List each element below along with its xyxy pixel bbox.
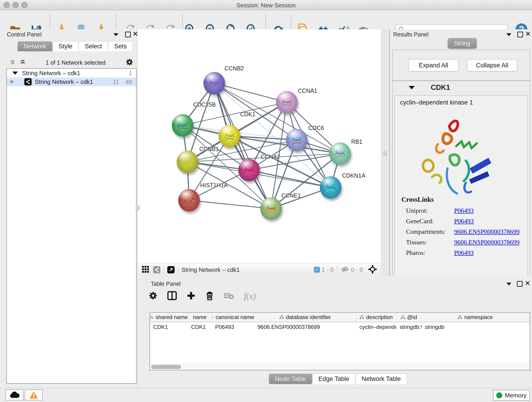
results-splitter[interactable] — [381, 29, 390, 276]
node-label-RB1: RB1 — [351, 138, 362, 145]
crosslink-link[interactable]: P06493 — [454, 207, 474, 214]
panel-float-icon[interactable] — [517, 281, 523, 288]
node-attribute-table[interactable]: shared namenamecanonical namedatabase id… — [150, 312, 530, 370]
crosslink-link[interactable]: 9606.ENSP00000378699 — [454, 239, 519, 246]
crosslink-link[interactable]: P06493 — [454, 217, 474, 225]
tree-column-icon — [279, 315, 284, 319]
scrollbar-thumb[interactable] — [151, 365, 181, 369]
network-view-canvas[interactable]: CCNB2CCNA1CDC25BCDK1CDC6RB1CCNB1CCNA2CDK… — [138, 29, 381, 263]
node-CDC6[interactable] — [286, 129, 307, 151]
tab-select[interactable]: Select — [79, 41, 108, 51]
tree-expander-icon[interactable] — [12, 71, 18, 75]
panel-menu-icon[interactable] — [114, 33, 119, 37]
column-header--id[interactable]: @id — [396, 313, 422, 322]
tab-style[interactable]: Style — [52, 41, 79, 51]
table-cell[interactable]: P06493 — [212, 322, 254, 332]
grid-view-icon[interactable] — [142, 265, 149, 274]
column-header-description[interactable]: description — [356, 313, 396, 322]
node-label-CDC25B: CDC25B — [193, 101, 216, 108]
table-horizontal-scrollbar[interactable] — [150, 364, 530, 370]
toolbar-separator — [50, 14, 50, 29]
node-CCNB2[interactable] — [203, 72, 225, 95]
table-cell[interactable]: stringdb — [422, 322, 529, 332]
results-actions-box: Expand All Collapse All — [392, 50, 530, 81]
gene-detail-box: cyclin–dependent kinase 1 C — [394, 95, 528, 287]
network-label: String Network – cdk1 — [35, 78, 93, 85]
node-CCNA2[interactable] — [238, 159, 260, 181]
node-CDC25B[interactable] — [172, 114, 193, 137]
edge-CCNA2-CDKN1A[interactable] — [249, 170, 331, 187]
node-CDK1[interactable] — [219, 125, 240, 147]
hidden-eye-icon[interactable] — [341, 266, 349, 274]
table-cell[interactable]: stringdb:9... — [396, 322, 422, 332]
network-collection-row[interactable]: String Network – cdk1 1 — [7, 69, 136, 77]
protein-structure-image — [409, 110, 496, 202]
network-view-toolbar: String Network – cdk1 ✓ 1 - 0 0 - 0 — [138, 263, 381, 276]
column-header-database-identifier[interactable]: database identifier — [254, 313, 356, 322]
crosslink-link[interactable]: P06493 — [454, 249, 474, 256]
right-splitter-handle[interactable] — [382, 151, 387, 156]
node-label-CCNA1: CCNA1 — [298, 88, 317, 94]
birdseye-toggle-icon[interactable] — [167, 266, 175, 274]
column-header-name[interactable]: name — [188, 313, 212, 322]
node-label-CCNB2: CCNB2 — [225, 65, 244, 72]
delete-column-icon[interactable] — [205, 291, 214, 301]
collapse-all-icon[interactable] — [10, 59, 16, 66]
protein-thumbnail-CDC6 — [289, 133, 304, 148]
selected-checkbox-icon[interactable]: ✓ — [314, 267, 320, 273]
hidden-counts: 0 - 0 — [351, 266, 363, 274]
tab-node-table[interactable]: Node Table — [269, 374, 312, 384]
gene-result-section: CDK1 cyclin–dependent kinase 1 — [392, 81, 530, 299]
panel-menu-icon[interactable] — [506, 282, 511, 287]
section-expander-icon[interactable] — [409, 86, 415, 89]
gene-header-row[interactable]: CDK1 — [393, 81, 530, 94]
crosslink-label: Tissues: — [406, 239, 454, 246]
show-column-icon[interactable] — [167, 291, 177, 301]
network-row[interactable]: String Network – cdk1 11 48 — [7, 77, 136, 86]
node-HIST1H1A[interactable] — [178, 189, 200, 211]
node-RB1[interactable] — [329, 142, 351, 165]
tab-network-table[interactable]: Network Table — [355, 374, 407, 384]
node-CCNA1[interactable] — [276, 91, 298, 114]
network-badge-icon[interactable] — [153, 266, 160, 274]
left-splitter-handle[interactable] — [135, 205, 140, 211]
panel-close-icon[interactable]: ✕ — [525, 281, 530, 286]
node-CCNB1[interactable] — [177, 151, 198, 173]
panel-float-icon[interactable] — [125, 32, 131, 38]
control-panel: Control Panel ✕ NetworkStyleSelectSets 1… — [0, 29, 138, 388]
collapse-all-button[interactable]: Collapse All — [467, 59, 517, 71]
node-CDKN1A[interactable] — [320, 176, 341, 199]
memory-button[interactable]: Memory — [493, 390, 530, 401]
table-cell[interactable]: 9606.ENSP00000378699 — [254, 322, 356, 332]
tab-network[interactable]: Network — [17, 41, 52, 51]
fit-selected-crosshair-icon[interactable] — [368, 265, 377, 275]
gene-name: CDK1 — [431, 83, 450, 92]
column-header-namespace[interactable]: namespace — [422, 313, 529, 322]
expand-all-icon[interactable] — [20, 59, 26, 66]
tab-sets[interactable]: Sets — [108, 41, 133, 51]
node-label-CDKN1A: CDKN1A — [342, 172, 365, 179]
node-CCNE1[interactable] — [260, 197, 282, 220]
tab-edge-table[interactable]: Edge Table — [312, 374, 355, 384]
gear-icon[interactable] — [126, 58, 133, 67]
panel-float-icon[interactable] — [517, 32, 523, 38]
table-cell[interactable]: CDK1 — [188, 322, 212, 332]
panel-close-icon[interactable]: ✕ — [525, 32, 531, 36]
expand-all-button[interactable]: Expand All — [408, 59, 459, 71]
table-cell[interactable]: cyclin–dependent ... — [356, 322, 396, 332]
table-settings-gear-icon[interactable] — [148, 291, 158, 301]
delete-table-icon[interactable] — [224, 292, 234, 300]
results-panel-title: Results Panel — [393, 31, 428, 38]
table-cell[interactable]: CDK1 — [150, 322, 188, 332]
crosslink-link[interactable]: 9606.ENSP00000378699 — [454, 228, 519, 235]
cloud-status-button[interactable] — [6, 389, 23, 400]
column-header-shared-name[interactable]: shared name — [150, 313, 188, 322]
warning-status-button[interactable] — [25, 389, 43, 400]
column-header-canonical-name[interactable]: canonical name — [212, 313, 254, 322]
tab-string[interactable]: String — [448, 38, 477, 49]
protein-thumbnail-CCNA1 — [279, 95, 294, 110]
panel-menu-icon[interactable] — [506, 33, 511, 37]
add-column-icon[interactable] — [186, 291, 196, 301]
protein-thumbnail-RB1 — [333, 147, 347, 161]
table-row[interactable]: CDK1CDK1P064939606.ENSP00000378699cyclin… — [150, 322, 530, 332]
